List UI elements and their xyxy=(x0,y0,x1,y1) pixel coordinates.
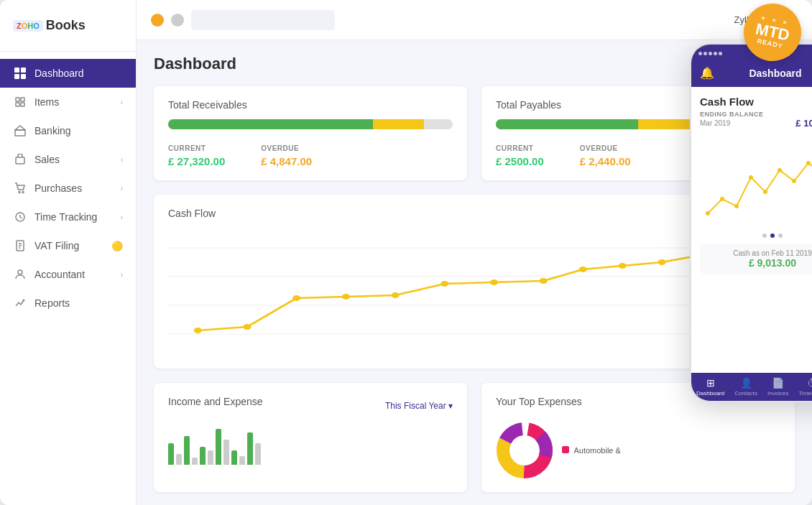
phone-cash-box: Cash as on Feb 11 2019 £ 9,013.00 xyxy=(700,244,812,274)
svg-point-11 xyxy=(19,192,20,193)
sidebar-item-accountant-label: Accountant xyxy=(34,269,121,280)
receivables-yellow-bar xyxy=(373,119,424,129)
sidebar-item-time-tracking[interactable]: Time Tracking › xyxy=(0,203,136,231)
tag-icon xyxy=(13,95,27,109)
app-name: Books xyxy=(46,18,86,33)
svg-point-44 xyxy=(778,168,782,172)
svg-point-29 xyxy=(579,267,587,272)
receivables-current: CURRENT £ 27,320.00 xyxy=(168,141,225,167)
svg-point-45 xyxy=(792,179,796,183)
svg-point-16 xyxy=(23,300,25,302)
bar-1 xyxy=(168,443,174,465)
receivables-green-bar xyxy=(168,119,373,129)
cash-flow-title: Cash Flow xyxy=(168,208,780,219)
svg-rect-2 xyxy=(14,74,19,79)
sidebar-item-sales-label: Sales xyxy=(34,154,121,165)
sidebar-item-sales[interactable]: Sales › xyxy=(0,145,136,174)
phone-ending-amount: £ 10,975.00 xyxy=(795,118,812,129)
phone-nav-dashboard-label: Dashboard xyxy=(696,390,724,397)
svg-marker-9 xyxy=(15,126,25,130)
phone-cash-label: Cash as on Feb 11 2019 xyxy=(707,249,812,257)
signal-dot-1 xyxy=(698,52,702,55)
svg-rect-10 xyxy=(16,157,24,164)
svg-rect-0 xyxy=(14,68,19,73)
phone-ending-row: Mar 2019 £ 10,975.00 xyxy=(700,118,812,129)
bar-3 xyxy=(184,436,190,465)
fiscal-year-button[interactable]: This Fiscal Year ▾ xyxy=(385,401,453,411)
sidebar-item-banking-label: Banking xyxy=(34,125,123,136)
bar-6 xyxy=(208,450,213,465)
svg-point-30 xyxy=(619,263,627,269)
receivables-overdue-amount: £ 4,847.00 xyxy=(261,155,312,167)
sidebar-item-dashboard[interactable]: Dashboard xyxy=(0,59,136,88)
sidebar-item-items-label: Items xyxy=(34,96,121,108)
svg-rect-6 xyxy=(16,103,19,106)
mtd-badge-inner: ★ ★ ★ MTD READY xyxy=(739,0,807,66)
legend-automobile: Automobile & xyxy=(562,446,621,455)
payables-current: CURRENT £ 2500.00 xyxy=(496,141,544,167)
sidebar-item-items[interactable]: Items › xyxy=(0,88,136,116)
bar-7 xyxy=(216,429,221,465)
svg-point-40 xyxy=(720,197,724,201)
svg-rect-1 xyxy=(21,68,26,73)
logo-area: ZOHO Books xyxy=(0,0,136,52)
sidebar-item-dashboard-label: Dashboard xyxy=(34,68,123,79)
phone-bottom-nav: ⊞ Dashboard 👤 Contacts 📄 Invoices ⏱ Time… xyxy=(691,373,812,401)
page-dot-3 xyxy=(778,233,783,238)
phone-nav-dashboard-icon: ⊞ xyxy=(706,377,715,389)
svg-point-23 xyxy=(292,295,300,301)
phone-nav-timesheet-label: Timesheet xyxy=(799,390,812,397)
svg-point-43 xyxy=(763,190,767,194)
chevron-right-icon: › xyxy=(121,98,123,106)
phone-bell-icon[interactable]: 🔔 xyxy=(700,66,714,80)
sidebar-nav: Dashboard Items › xyxy=(0,52,136,505)
sidebar-item-vat-filing[interactable]: VAT Filing 🟡 xyxy=(0,231,136,260)
chevron-right-icon-time: › xyxy=(121,213,123,221)
bar-11 xyxy=(247,432,253,465)
svg-rect-3 xyxy=(21,74,26,79)
signal-dot-3 xyxy=(709,52,712,55)
phone-nav-invoices-icon: 📄 xyxy=(772,377,784,389)
svg-point-26 xyxy=(440,281,448,287)
bar-2 xyxy=(176,454,182,465)
receivables-current-label: CURRENT xyxy=(168,144,206,152)
receivables-current-amount: £ 27,320.00 xyxy=(168,155,225,167)
sidebar-item-accountant[interactable]: Accountant › xyxy=(0,260,136,289)
phone-nav-contacts-label: Contacts xyxy=(734,390,757,397)
sidebar-item-reports-label: Reports xyxy=(34,297,123,309)
sidebar-item-reports[interactable]: Reports xyxy=(0,289,136,318)
receivables-overdue: OVERDUE £ 4,847.00 xyxy=(261,141,312,167)
sidebar-item-banking[interactable]: Banking xyxy=(0,116,136,145)
svg-point-31 xyxy=(658,259,666,265)
sidebar-item-purchases-label: Purchases xyxy=(34,182,121,194)
phone-header-title: Dashboard xyxy=(749,68,801,79)
donut-chart xyxy=(496,422,553,479)
main-content: Zylker ▾ Dashboard Total Receivables xyxy=(137,0,812,505)
svg-point-12 xyxy=(22,192,24,193)
bank-icon xyxy=(13,124,27,138)
phone-ending-date: Mar 2019 xyxy=(700,119,730,127)
phone-cash-amount: £ 9,013.00 xyxy=(707,257,812,269)
cart-icon xyxy=(13,181,27,195)
zoho-badge: ZOHO xyxy=(13,20,43,32)
top-bar-circle-yellow xyxy=(151,14,164,27)
sidebar-item-purchases[interactable]: Purchases › xyxy=(0,174,136,203)
phone-nav-timesheet[interactable]: ⏱ Timesheet xyxy=(799,377,812,397)
phone-nav-invoices[interactable]: 📄 Invoices xyxy=(767,377,788,397)
payables-current-label: CURRENT xyxy=(496,144,533,152)
bar-12 xyxy=(255,443,261,465)
top-bar: Zylker ▾ xyxy=(137,0,812,40)
phone-nav-dashboard[interactable]: ⊞ Dashboard xyxy=(696,377,724,397)
income-expense-bars xyxy=(168,422,453,465)
svg-rect-4 xyxy=(16,98,19,101)
receivables-amounts: CURRENT £ 27,320.00 OVERDUE £ 4,847.00 xyxy=(168,141,453,167)
phone-chart-svg xyxy=(700,134,812,228)
phone-pagination-dots xyxy=(700,233,812,238)
bar-5 xyxy=(200,447,206,465)
cash-flow-svg: Cash as o Cash as o xyxy=(168,226,780,356)
svg-point-41 xyxy=(734,204,739,208)
svg-point-15 xyxy=(18,270,22,274)
signal-dot-4 xyxy=(714,52,717,55)
receivables-overdue-label: OVERDUE xyxy=(261,144,299,152)
phone-nav-contacts[interactable]: 👤 Contacts xyxy=(734,377,757,397)
